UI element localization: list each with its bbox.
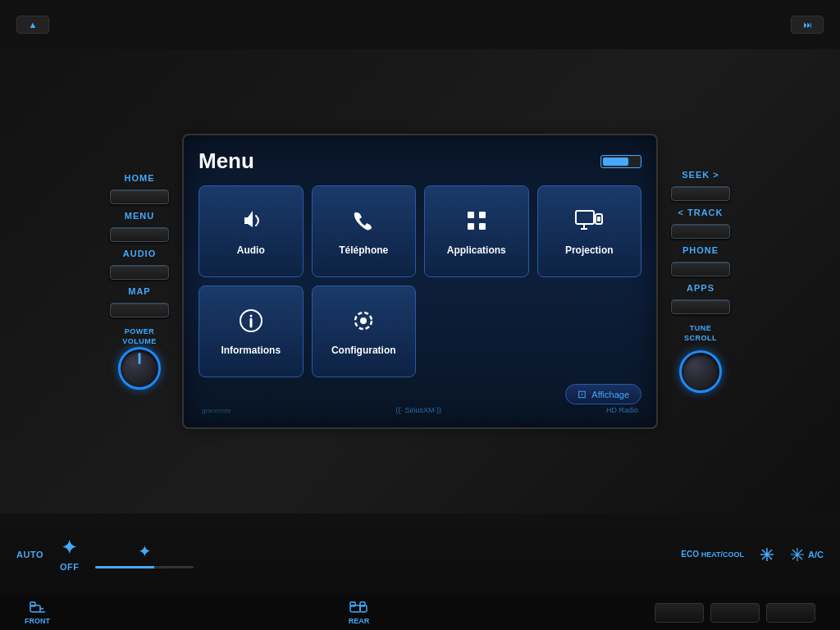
menu-item-telephone[interactable]: Téléphone [312,185,417,277]
svg-point-12 [360,317,367,324]
ac-button[interactable]: A/C [790,547,824,562]
top-bar: ▲ ⏭ [0,0,840,49]
svg-rect-0 [468,212,474,218]
screen: Menu Audio [182,134,658,429]
battery-bar [603,158,628,166]
front-seat-icon [29,600,47,615]
menu-grid: Audio Téléphone [199,185,641,377]
vent-btn-1[interactable] [655,603,704,623]
home-button[interactable]: HOME [125,173,155,183]
svg-rect-15 [30,602,35,606]
menu-item-audio[interactable]: Audio [199,185,304,277]
gracenote-label: gracenote [202,407,231,414]
defrost-button[interactable] [757,545,777,564]
telephone-label: Téléphone [339,244,388,256]
front-heat-button[interactable]: FRONT [25,600,50,625]
power-label: POWER [125,327,155,336]
informations-label: Informations [221,345,281,356]
screen-title: Menu [199,148,254,174]
rear-label: REAR [349,617,370,625]
audio-button[interactable]: AUDIO [123,249,156,258]
heat-cool-label: HEAT/COOL [701,550,744,559]
svg-rect-1 [479,212,486,218]
fan-icon: ✦ [62,537,77,559]
applications-label: Applications [447,244,506,256]
menu-item-applications[interactable]: Applications [424,185,529,277]
configuration-icon [350,308,377,338]
main-section: HOME MENU AUDIO MAP POWER VOLUME Menu [0,49,840,514]
menu-item-informations[interactable]: Informations [199,285,304,377]
audio-label: Audio [237,244,265,256]
svg-rect-21 [360,602,365,606]
volume-knob-container: POWER VOLUME [118,327,161,390]
configuration-label: Configuration [331,345,396,356]
apps-button[interactable]: APPS [687,283,714,293]
climate-left: AUTO ✦ OFF ✦ [16,537,194,572]
vent-btn-2[interactable] [710,603,760,623]
informations-icon [238,308,264,338]
menu-btn-bar[interactable] [110,227,169,242]
svg-point-11 [249,314,252,317]
play-pause-button[interactable]: ⏭ [791,16,824,34]
ac-label: A/C [808,550,824,559]
tune-scroll-knob[interactable] [679,350,722,393]
menu-item-projection[interactable]: Projection [537,185,642,277]
svg-rect-3 [479,223,486,230]
climate-right: ECO HEAT/COOL A/C [681,545,824,564]
volume-label: VOLUME [122,337,157,345]
left-controls: HOME MENU AUDIO MAP POWER VOLUME [107,173,172,390]
car-panel: ▲ ⏭ HOME MENU AUDIO MAP POWER VOLUME Men… [0,0,840,630]
audio-icon [238,208,264,238]
home-btn-bar[interactable] [110,189,169,204]
affichage-button[interactable]: ⊡ Affichage [565,384,641,404]
seek-button[interactable]: SEEK > [682,170,719,180]
bottom-row: FRONT REAR [0,596,840,630]
affichage-icon: ⊡ [578,388,587,400]
screen-info-bar: gracenote ((· SiriusXM·)) HD Radio [199,404,641,414]
projection-label: Projection [565,244,614,256]
map-button[interactable]: MAP [128,286,150,296]
telephone-icon [350,208,377,238]
vent-buttons [655,603,815,623]
battery-indicator [600,155,641,168]
sirius-label: ((· SiriusXM·)) [396,406,442,414]
fan-off-label: OFF [60,562,80,572]
volume-knob[interactable] [118,347,161,390]
ac-icon [790,547,805,562]
menu-item-configuration[interactable]: Configuration [312,285,417,377]
projection-icon [574,208,604,238]
rear-seat-icon [349,600,370,615]
vent-btn-3[interactable] [766,603,815,623]
screen-header: Menu [199,148,641,174]
svg-rect-4 [576,211,594,224]
menu-button[interactable]: MENU [125,211,154,221]
phone-button[interactable]: PHONE [682,245,719,255]
track-btn-bar[interactable] [671,224,730,239]
affichage-label: Affichage [591,390,629,399]
track-button[interactable]: < TRACK [678,208,724,217]
fan-off-button[interactable]: ✦ OFF [60,537,80,572]
tune-scroll-container: TUNE SCROLL [679,324,722,393]
scroll-label: SCROLL [684,334,717,342]
audio-btn-bar[interactable] [110,265,169,280]
apps-btn-bar[interactable] [671,299,730,314]
eject-button[interactable]: ▲ [16,16,49,34]
auto-label: AUTO [16,550,43,559]
front-label: FRONT [25,617,50,625]
right-controls: SEEK > < TRACK PHONE APPS TUNE SCROLL [668,170,733,393]
fan-slider[interactable] [95,566,194,568]
seek-btn-bar[interactable] [671,186,730,201]
svg-rect-6 [597,217,600,221]
hd-radio-label: HD Radio [606,406,638,414]
eco-button[interactable]: ECO HEAT/COOL [681,549,744,560]
climate-controls: AUTO ✦ OFF ✦ ECO HEAT/COOL [0,514,840,596]
svg-rect-2 [468,223,474,230]
svg-rect-19 [350,602,355,606]
rear-heat-button[interactable]: REAR [349,600,370,625]
tune-label: TUNE [690,324,712,332]
map-btn-bar[interactable] [110,303,169,317]
auto-button[interactable]: AUTO [16,550,43,559]
eco-label: ECO [681,550,699,559]
fan-center-icon: ✦ [138,541,152,561]
phone-btn-bar[interactable] [671,262,730,276]
